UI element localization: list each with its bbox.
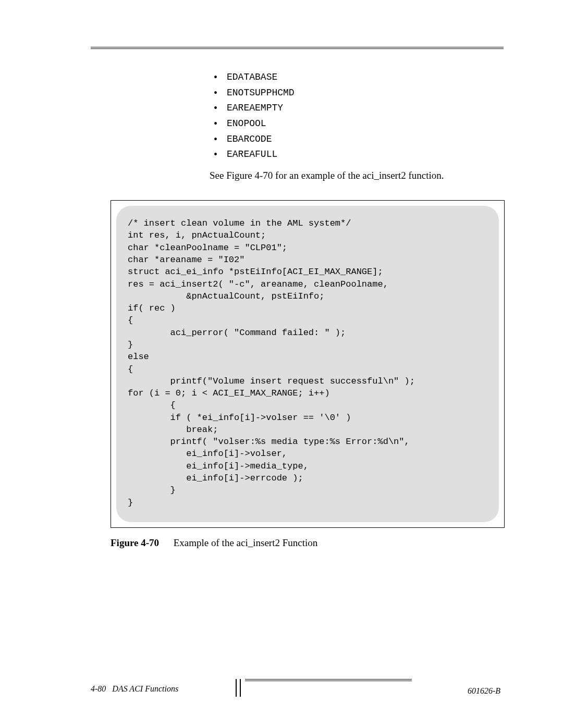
list-item: • EBARCODE <box>210 132 500 147</box>
bullet-icon: • <box>214 149 217 159</box>
see-figure-line: See Figure 4-70 for an example of the ac… <box>210 170 500 181</box>
footer-rule <box>245 679 412 681</box>
bullet-icon: • <box>214 118 217 129</box>
figure-label: Figure 4-70 <box>111 537 171 549</box>
error-code: EDATABASE <box>227 70 277 85</box>
code-frame: /* insert clean volume in the AML system… <box>111 200 505 528</box>
list-item: • EAREAEMPTY <box>210 101 500 116</box>
error-code: EAREAFULL <box>227 147 277 163</box>
error-code: ENOTSUPPHCMD <box>227 85 295 101</box>
bullet-icon: • <box>214 103 217 113</box>
list-item: • EAREAFULL <box>210 147 500 163</box>
list-item: • ENOPOOL <box>210 116 500 132</box>
code-block: /* insert clean volume in the AML system… <box>116 206 499 522</box>
footer-divider-icon <box>236 679 241 697</box>
page-footer: 4-80 DAS ACI Functions 601626-B <box>78 675 500 697</box>
error-code: EAREAEMPTY <box>227 101 283 116</box>
section-title: DAS ACI Functions <box>112 684 178 693</box>
bullet-icon: • <box>214 72 217 82</box>
bullet-icon: • <box>214 88 217 98</box>
top-rule <box>91 47 504 49</box>
page-number: 4-80 <box>91 684 106 693</box>
figure-caption: Figure 4-70 Example of the aci_insert2 F… <box>111 537 500 549</box>
figure-title: Example of the aci_insert2 Function <box>174 537 317 548</box>
error-code: ENOPOOL <box>227 116 266 132</box>
list-item: • ENOTSUPPHCMD <box>210 85 500 101</box>
footer-right: 601626-B <box>468 686 500 696</box>
error-code: EBARCODE <box>227 132 272 147</box>
error-code-list: • EDATABASE • ENOTSUPPHCMD • EAREAEMPTY … <box>210 70 500 163</box>
bullet-icon: • <box>214 134 217 144</box>
footer-left: 4-80 DAS ACI Functions <box>91 684 178 694</box>
page: • EDATABASE • ENOTSUPPHCMD • EAREAEMPTY … <box>0 0 563 728</box>
list-item: • EDATABASE <box>210 70 500 85</box>
